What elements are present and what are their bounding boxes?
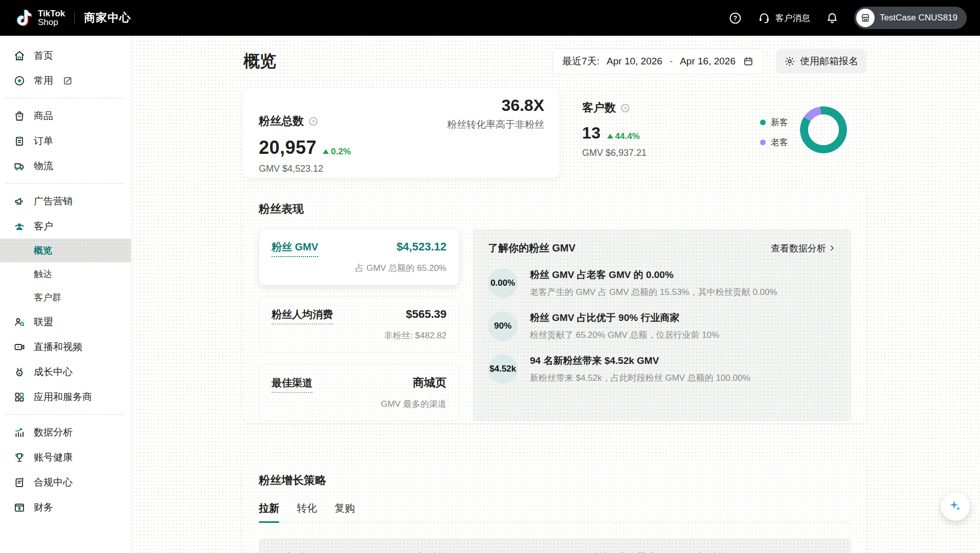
storefront-icon xyxy=(860,12,871,24)
sidebar-divider xyxy=(5,98,124,99)
info-icon[interactable]: ? xyxy=(620,103,631,113)
customers-people-icon xyxy=(13,220,26,233)
date-range-picker[interactable]: 最近7天: Apr 10, 2026 - Apr 16, 2026 xyxy=(552,49,764,74)
customer-donut-chart xyxy=(800,106,847,153)
sidebar-item-affiliate[interactable]: 联盟 xyxy=(0,309,131,334)
stat-coupon-new-fans: 粉丝优惠券带来了 380 位新粉丝 xyxy=(573,551,726,553)
notifications-button[interactable] xyxy=(826,11,839,25)
metric-card-fans-avg-spend[interactable]: 粉丝人均消费 $565.39 非粉丝: $482.82 xyxy=(259,296,459,353)
app-title: 商家中心 xyxy=(84,10,131,26)
fans-performance-heading: 粉丝表现 xyxy=(259,201,851,217)
legend-item-new-customers: 新客 xyxy=(760,117,788,128)
chevron-right-icon xyxy=(828,244,836,252)
conversion-multiplier: 36.8X xyxy=(259,96,544,115)
sidebar-item-apps-services[interactable]: 应用和服务商 xyxy=(0,384,131,409)
account-menu[interactable]: TestCase CNUS819 xyxy=(854,7,967,29)
growth-medal-icon xyxy=(13,366,26,378)
svg-text:?: ? xyxy=(624,105,627,110)
sidebar-item-logistics[interactable]: 物流 xyxy=(0,153,131,178)
insight-badge: 0.00% xyxy=(488,268,518,298)
customers-gmv: GMV $6,937.21 xyxy=(582,148,736,158)
analytics-chart-icon xyxy=(13,426,26,439)
view-analytics-link[interactable]: 查看数据分析 xyxy=(771,242,836,255)
email-signup-button[interactable]: 使用邮箱报名 xyxy=(776,49,866,74)
tiktok-note-icon xyxy=(13,8,34,28)
metric-card-fans-gmv[interactable]: 粉丝 GMV $4,523.12 占 GMV 总额的 65.20% xyxy=(259,229,459,285)
customers-card: 客户数 ? 13 44.4% GMV $6,937.21 xyxy=(567,88,866,178)
tiktok-shop-logo[interactable]: TikTok Shop xyxy=(13,8,65,28)
sidebar-item-finance[interactable]: 财务 xyxy=(0,495,131,520)
fans-metric-list: 粉丝 GMV $4,523.12 占 GMV 总额的 65.20% 粉丝人均消费… xyxy=(259,229,459,421)
page-title: 概览 xyxy=(243,50,276,73)
fans-total-card: 粉丝总数 ? 20,957 0.2% GMV $4,523.12 36.8X xyxy=(243,88,560,178)
fan-growth-panel: 粉丝增长策略 拉新 转化 复购 新粉数 : 430 新粉丝 GMV : $9,7… xyxy=(243,459,866,553)
calendar-icon xyxy=(743,56,754,67)
customer-messages-label: 客户消息 xyxy=(775,12,810,24)
store-avatar xyxy=(856,9,875,27)
stat-new-fans-gmv: 新粉丝 GMV : $9,796.03 xyxy=(405,551,523,553)
topbar-divider xyxy=(74,11,75,25)
marketing-megaphone-icon xyxy=(13,195,26,208)
legend-item-returning-customers: 老客 xyxy=(760,136,788,148)
date-preset-label: 最近7天: xyxy=(562,55,599,68)
growth-tabs: 拉新 转化 复购 xyxy=(259,501,851,523)
sidebar-divider xyxy=(5,414,124,415)
sidebar-item-favorites[interactable]: 常用 xyxy=(0,68,131,93)
insight-badge: $4.52k xyxy=(488,354,518,384)
sidebar-item-home[interactable]: 首页 xyxy=(0,43,131,68)
fans-gmv-insight-panel: 了解你的粉丝 GMV 查看数据分析 0.00% 粉丝 GMV 占老客 GMV 的… xyxy=(473,229,851,421)
sidebar-item-marketing[interactable]: 广告营销 xyxy=(0,189,131,214)
ai-assistant-button[interactable] xyxy=(941,492,970,521)
sidebar-item-live-video[interactable]: 直播和视频 xyxy=(0,334,131,359)
sidebar-divider xyxy=(5,183,124,184)
help-button[interactable]: ? xyxy=(728,11,742,25)
sidebar-item-overview[interactable]: 概览 xyxy=(0,239,131,262)
metric-card-best-channel[interactable]: 最佳渠道 商城页 GMV 最多的渠道 xyxy=(259,364,459,421)
legend-dot-new xyxy=(760,120,766,125)
gear-icon xyxy=(784,56,795,67)
customers-delta: 44.4% xyxy=(607,131,640,142)
fans-total-value: 20,957 xyxy=(259,137,317,158)
main-content: 概览 最近7天: Apr 10, 2026 - Apr 16, 2026 使用邮… xyxy=(131,36,980,553)
insight-row: 90% 粉丝 GMV 占比优于 90% 行业商家 粉丝贡献了 65.20% GM… xyxy=(488,311,836,341)
live-video-icon xyxy=(13,341,26,353)
tab-convert[interactable]: 转化 xyxy=(297,501,317,522)
logistics-truck-icon xyxy=(13,160,26,172)
headset-icon xyxy=(758,11,771,25)
sidebar-item-reach[interactable]: 触达 xyxy=(0,262,131,286)
customers-title: 客户数 xyxy=(582,100,616,116)
home-icon xyxy=(13,50,26,62)
bell-icon xyxy=(826,11,839,25)
insight-title: 了解你的粉丝 GMV xyxy=(488,241,575,255)
tab-acquire[interactable]: 拉新 xyxy=(259,501,279,522)
up-triangle-icon xyxy=(607,134,613,139)
date-end: Apr 16, 2026 xyxy=(680,56,736,67)
sidebar-item-customer-groups[interactable]: 客户群 xyxy=(0,286,131,309)
sidebar-item-account-health[interactable]: 账号健康 xyxy=(0,445,131,470)
up-triangle-icon xyxy=(323,149,329,154)
edit-icon[interactable] xyxy=(62,75,73,86)
fan-growth-heading: 粉丝增长策略 xyxy=(259,473,851,488)
svg-text:?: ? xyxy=(733,15,738,22)
sidebar-item-customers[interactable]: 客户 xyxy=(0,214,131,239)
growth-stats-row: 新粉数 : 430 新粉丝 GMV : $9,796.03 粉丝优惠券带来了 3… xyxy=(259,538,851,553)
conversion-multiplier-desc: 粉丝转化率高于非粉丝 xyxy=(259,118,544,131)
finance-icon xyxy=(13,501,26,514)
tab-repurchase[interactable]: 复购 xyxy=(335,501,355,522)
star-circle-icon xyxy=(13,75,26,87)
sidebar-item-products[interactable]: 商品 xyxy=(0,103,131,128)
sidebar-item-compliance[interactable]: 合规中心 xyxy=(0,470,131,495)
date-separator: - xyxy=(670,56,673,67)
customers-value: 13 xyxy=(582,124,601,143)
customer-messages-button[interactable]: 客户消息 xyxy=(758,11,810,25)
sidebar-item-analytics[interactable]: 数据分析 xyxy=(0,420,131,445)
insight-badge: 90% xyxy=(488,311,518,341)
apps-grid-icon xyxy=(13,391,26,403)
customer-donut-legend: 新客 老客 xyxy=(760,117,788,148)
trophy-icon xyxy=(13,451,26,464)
sidebar-item-orders[interactable]: 订单 xyxy=(0,128,131,153)
account-name: TestCase CNUS819 xyxy=(880,13,957,23)
insight-row: $4.52k 94 名新粉丝带来 $4.52k GMV 新粉丝带来 $4.52k… xyxy=(488,354,836,384)
sidebar-item-growth-center[interactable]: 成长中心 xyxy=(0,359,131,384)
fans-total-gmv: GMV $4,523.12 xyxy=(259,164,544,174)
